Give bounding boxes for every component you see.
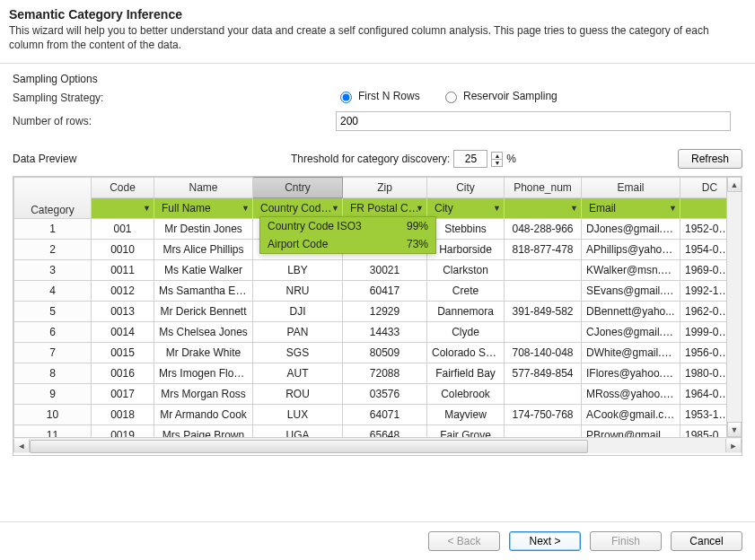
table-cell: Mrs Paige Brown — [154, 425, 253, 438]
table-cell: 391-849-582 — [505, 302, 582, 322]
table-row[interactable]: 70015Mr Drake WhiteSGS80509Colorado Sp..… — [14, 343, 742, 363]
table-row[interactable]: 50013Mr Derick BennettDJI12929Dannemora3… — [14, 302, 742, 322]
dropdown-icon[interactable]: ▼ — [493, 204, 501, 213]
table-cell: 174-750-768 — [505, 405, 582, 425]
category-cell[interactable]: ▼ — [92, 198, 154, 219]
dropdown-icon[interactable]: ▼ — [416, 204, 424, 213]
radio-first-n-input[interactable] — [340, 92, 352, 103]
table-cell: 03576 — [343, 384, 427, 405]
table-cell: PAN — [253, 322, 343, 343]
sampling-options-label: Sampling Options — [13, 73, 98, 85]
table-cell: LBY — [253, 260, 343, 281]
table-cell: UGA — [253, 425, 343, 438]
table-cell — [505, 281, 582, 302]
table-row[interactable]: 40012Ms Samantha Eva...NRU60417CreteSEva… — [14, 281, 742, 302]
table-cell: 80509 — [343, 343, 427, 363]
cancel-button[interactable]: Cancel — [671, 531, 742, 551]
column-header[interactable]: Email — [582, 178, 680, 198]
sampling-strategy-label: Sampling Strategy: — [13, 92, 336, 104]
table-cell: ACook@gmail.com — [582, 405, 680, 425]
table-cell: Fairfield Bay — [427, 363, 505, 384]
refresh-button[interactable]: Refresh — [678, 149, 742, 169]
table-cell: 818-877-478 — [505, 240, 582, 260]
table-cell: 708-140-048 — [505, 343, 582, 363]
column-header[interactable]: Name — [154, 178, 253, 198]
dropdown-icon[interactable]: ▼ — [241, 204, 250, 213]
table-cell: 0018 — [92, 405, 154, 425]
next-button[interactable]: Next > — [509, 531, 581, 551]
radio-reservoir-label: Reservoir Sampling — [463, 90, 557, 102]
table-cell: 7 — [14, 343, 92, 363]
radio-reservoir[interactable]: Reservoir Sampling — [441, 89, 557, 103]
table-cell — [505, 425, 582, 438]
hscroll-thumb[interactable] — [30, 440, 588, 453]
dropdown-item[interactable]: Country Code ISO399% — [260, 217, 435, 235]
table-cell: 12929 — [343, 302, 427, 322]
table-cell — [505, 260, 582, 281]
table-cell: 048-288-966 — [505, 219, 582, 240]
column-header[interactable]: Cntry — [253, 178, 343, 198]
category-cell[interactable]: ▼ — [505, 198, 582, 219]
table-cell: LUX — [253, 405, 343, 425]
column-header[interactable]: Phone_num — [505, 178, 582, 198]
table-cell: SEvans@gmail.com — [582, 281, 680, 302]
threshold-input[interactable] — [453, 150, 487, 168]
column-header[interactable]: Code — [92, 178, 154, 198]
table-cell: Mr Armando Cook — [154, 405, 253, 425]
table-cell: 0010 — [92, 240, 154, 260]
table-cell: 0014 — [92, 322, 154, 343]
column-header[interactable]: Zip — [343, 178, 427, 198]
table-cell: SGS — [253, 343, 343, 363]
table-cell: IFlores@yahoo.c... — [582, 363, 680, 384]
table-cell: 0011 — [92, 260, 154, 281]
table-cell: Mrs Morgan Ross — [154, 384, 253, 405]
scroll-right-icon[interactable]: ► — [725, 439, 742, 452]
num-rows-input[interactable] — [336, 111, 731, 131]
dropdown-icon[interactable]: ▼ — [331, 204, 339, 213]
table-row[interactable]: 60014Ms Chelsea JonesPAN14433ClydeCJones… — [14, 322, 742, 343]
category-cell[interactable]: Full Name▼ — [154, 198, 253, 219]
table-row[interactable]: 90017Mrs Morgan RossROU03576ColebrookMRo… — [14, 384, 742, 405]
table-cell: PBrown@gmail.c... — [582, 425, 680, 438]
category-dropdown[interactable]: Country Code ISO399%Airport Code73% — [259, 216, 436, 254]
table-cell: 0013 — [92, 302, 154, 322]
horizontal-scrollbar[interactable]: ◄ ► — [13, 437, 742, 453]
dropdown-icon[interactable]: ▼ — [669, 204, 677, 213]
table-row[interactable]: 100018Mr Armando CookLUX64071Mayview174-… — [14, 405, 742, 425]
table-row[interactable]: 110019Mrs Paige BrownUGA65648Fair GroveP… — [14, 425, 742, 438]
table-cell: Mr Derick Bennett — [154, 302, 253, 322]
table-cell: 11 — [14, 425, 92, 438]
column-header[interactable]: City — [427, 178, 505, 198]
category-cell[interactable]: City▼ — [427, 198, 505, 219]
category-cell[interactable]: Email▼ — [582, 198, 680, 219]
threshold-label: Threshold for category discovery: — [291, 153, 450, 165]
vertical-scrollbar[interactable]: ▲ ▼ — [726, 177, 742, 437]
table-cell: 65648 — [343, 425, 427, 438]
page-subtitle: This wizard will help you to better unde… — [0, 23, 755, 59]
dropdown-icon[interactable]: ▼ — [570, 204, 578, 213]
threshold-up[interactable]: ▲ — [492, 153, 502, 160]
table-cell: NRU — [253, 281, 343, 302]
table-cell: MRoss@yahoo.c... — [582, 384, 680, 405]
finish-button[interactable]: Finish — [590, 531, 662, 551]
scroll-up-icon[interactable]: ▲ — [727, 177, 742, 192]
dropdown-icon[interactable]: ▼ — [143, 204, 151, 213]
data-table: CategoryCodeNameCntryZipCityPhone_numEma… — [13, 176, 742, 456]
table-cell: 3 — [14, 260, 92, 281]
table-row[interactable]: 80016Mrs Imogen FloresAUT72088Fairfield … — [14, 363, 742, 384]
table-row[interactable]: 30011Ms Katie WalkerLBY30021ClarkstonKWa… — [14, 260, 742, 281]
table-cell: Clyde — [427, 322, 505, 343]
table-cell: Mrs Imogen Flores — [154, 363, 253, 384]
table-cell — [505, 322, 582, 343]
table-cell: 6 — [14, 322, 92, 343]
back-button[interactable]: < Back — [428, 531, 500, 551]
table-cell: APhillips@yahoo... — [582, 240, 680, 260]
dropdown-item[interactable]: Airport Code73% — [260, 235, 435, 253]
radio-first-n[interactable]: First N Rows — [336, 89, 420, 103]
table-cell: 577-849-854 — [505, 363, 582, 384]
threshold-down[interactable]: ▼ — [492, 160, 502, 166]
radio-reservoir-input[interactable] — [445, 92, 457, 103]
table-cell: 4 — [14, 281, 92, 302]
scroll-left-icon[interactable]: ◄ — [13, 439, 30, 452]
scroll-down-icon[interactable]: ▼ — [727, 422, 742, 437]
